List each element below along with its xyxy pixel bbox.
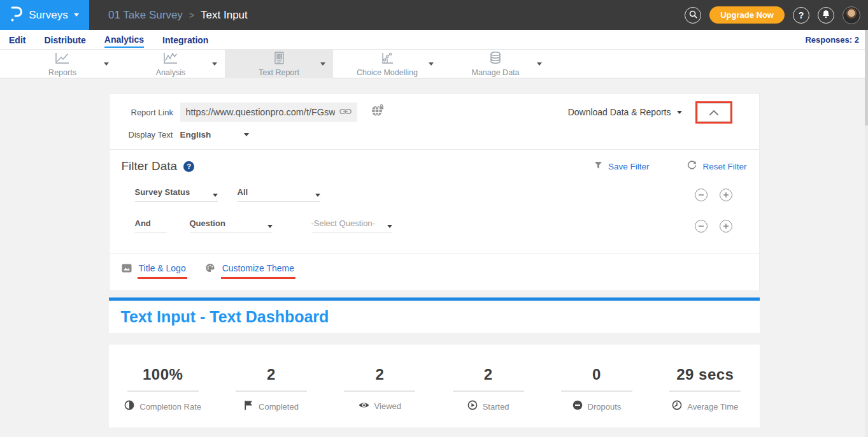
filter-field-value: Question	[190, 218, 225, 228]
reset-filter-button[interactable]: Reset Filter	[687, 161, 746, 172]
nav-item-integration[interactable]: Integration	[162, 32, 208, 47]
search-icon	[688, 10, 698, 21]
stat-completion-rate: 100% Completion Rate	[109, 366, 217, 427]
stat-value: 2	[267, 366, 276, 383]
search-button[interactable]	[685, 7, 701, 24]
tab-reports[interactable]: Reports	[8, 50, 117, 78]
breadcrumb-survey-name[interactable]: 01 Take Survey	[108, 9, 183, 22]
chevron-down-icon[interactable]	[104, 62, 109, 66]
display-text-label: Display Text	[129, 130, 180, 140]
chevron-down-icon	[74, 13, 79, 17]
stat-completed: 2 Completed	[217, 366, 325, 427]
display-language-value: English	[180, 130, 211, 140]
analytics-tabbar: Reports Analysis Text Report	[0, 50, 868, 78]
completion-rate-icon	[124, 400, 134, 413]
image-icon	[122, 264, 132, 279]
questionpro-logo-icon	[10, 6, 23, 25]
database-icon	[488, 51, 503, 68]
text-report-icon	[272, 51, 286, 68]
filter-field-dropdown[interactable]: Survey Status	[135, 187, 218, 202]
stat-value: 100%	[143, 366, 183, 383]
bell-icon	[822, 10, 830, 20]
funnel-icon	[594, 161, 602, 171]
chevron-down-icon	[213, 194, 218, 197]
upgrade-now-button[interactable]: Upgrade Now	[709, 6, 785, 24]
reset-filter-label: Reset Filter	[702, 162, 746, 171]
top-header: Surveys 01 Take Survey > Text Input Upgr…	[0, 0, 868, 30]
stat-label: Dropouts	[588, 402, 622, 412]
stat-label: Viewed	[374, 401, 401, 411]
tab-choice-modelling[interactable]: Choice Modelling	[333, 50, 441, 78]
chevron-down-icon	[387, 225, 392, 228]
add-filter-button[interactable]	[720, 189, 732, 201]
header-actions: Upgrade Now ?	[685, 0, 860, 30]
stat-divider	[236, 390, 307, 392]
stat-label: Completion Rate	[139, 402, 201, 412]
stat-value: 2	[484, 366, 493, 383]
display-language-dropdown[interactable]: English	[180, 130, 250, 140]
stat-label: Average Time	[687, 402, 738, 412]
download-data-reports-dropdown[interactable]: Download Data & Reports	[568, 107, 682, 117]
remove-filter-button[interactable]	[695, 220, 708, 233]
collapse-panel-button[interactable]	[697, 103, 730, 122]
stat-value: 2	[375, 366, 384, 383]
report-link-section: Report Link https://www.questionpro.com/…	[110, 94, 759, 149]
chevron-down-icon	[244, 133, 249, 136]
nav-item-distribute[interactable]: Distribute	[44, 32, 85, 47]
stat-divider	[453, 390, 524, 392]
download-data-reports-label: Download Data & Reports	[568, 107, 671, 117]
play-circle-icon	[467, 400, 478, 413]
tab-text-report[interactable]: Text Report	[225, 50, 333, 78]
chevron-down-icon[interactable]	[212, 62, 217, 66]
chevron-up-icon	[709, 108, 718, 117]
tab-label: Choice Modelling	[357, 68, 418, 77]
breadcrumb-separator: >	[189, 10, 194, 20]
stat-divider	[127, 390, 199, 392]
customize-theme-link[interactable]: Customize Theme	[205, 263, 295, 279]
tab-manage-data[interactable]: Manage Data	[441, 50, 550, 78]
add-filter-button[interactable]	[720, 220, 732, 233]
notifications-button[interactable]	[818, 7, 834, 24]
chevron-down-icon[interactable]	[320, 62, 325, 66]
filter-field-value: Survey Status	[135, 187, 190, 197]
save-filter-button[interactable]: Save Filter	[594, 161, 650, 171]
tab-label: Text Report	[259, 68, 299, 77]
stat-average-time: 29 secs Average Time	[651, 366, 759, 427]
eye-icon	[359, 400, 369, 412]
filter-value-dropdown[interactable]: All	[238, 187, 320, 202]
title-logo-link[interactable]: Title & Logo	[122, 263, 187, 279]
palette-icon	[205, 263, 215, 279]
help-button[interactable]: ?	[793, 7, 809, 24]
breadcrumb: 01 Take Survey > Text Input	[108, 9, 248, 22]
chevron-down-icon[interactable]	[537, 62, 542, 66]
stat-divider	[669, 390, 741, 392]
surveys-menu[interactable]: Surveys	[0, 0, 89, 30]
select-question-dropdown[interactable]: -Select Question-	[311, 218, 392, 233]
select-question-value: -Select Question-	[311, 218, 375, 228]
refresh-icon	[687, 161, 697, 172]
filter-conjunction[interactable]: And	[135, 218, 167, 233]
filter-value: All	[238, 187, 248, 197]
chevron-down-icon	[315, 194, 320, 197]
tab-label: Manage Data	[471, 68, 519, 77]
responses-count[interactable]: Responses: 2	[805, 35, 859, 45]
tab-analysis[interactable]: Analysis	[117, 50, 225, 78]
minus-circle-icon	[573, 400, 583, 413]
filter-help-icon[interactable]: ?	[183, 161, 194, 172]
nav-item-edit[interactable]: Edit	[9, 32, 25, 47]
question-mark-icon: ?	[799, 10, 804, 20]
user-avatar[interactable]	[843, 6, 860, 24]
remove-filter-button[interactable]	[695, 189, 708, 201]
filter-field-dropdown[interactable]: Question	[190, 218, 273, 233]
chevron-down-icon[interactable]	[429, 62, 434, 66]
flag-icon	[244, 400, 253, 413]
tab-label: Reports	[48, 68, 76, 77]
report-link-value: https://www.questionpro.com/t/FGsw	[186, 107, 335, 117]
link-icon[interactable]	[339, 106, 352, 118]
scrollbar[interactable]	[865, 30, 868, 437]
globe-lock-icon[interactable]	[371, 104, 385, 120]
stat-divider	[561, 390, 632, 392]
nav-item-analytics[interactable]: Analytics	[104, 31, 144, 48]
scrollbar-thumb[interactable]	[865, 30, 868, 125]
report-link-input[interactable]: https://www.questionpro.com/t/FGsw	[180, 103, 357, 122]
